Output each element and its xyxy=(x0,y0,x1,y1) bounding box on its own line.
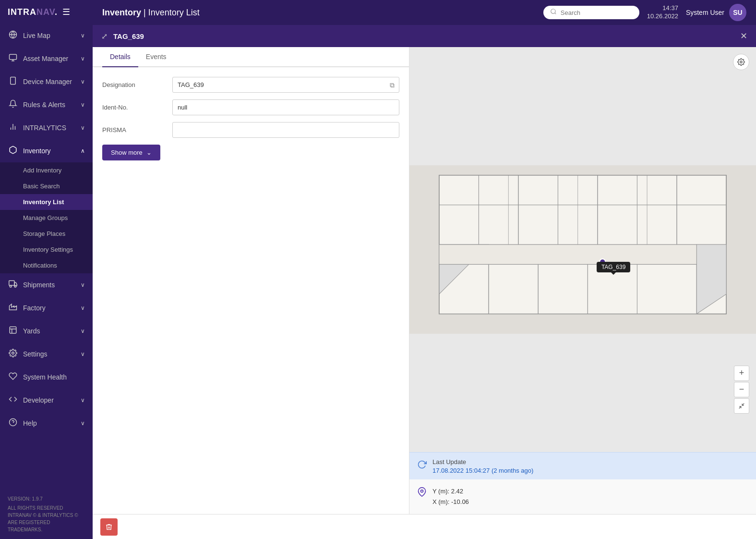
svg-line-46 xyxy=(742,404,744,405)
sidebar-item-settings[interactable]: Settings ∨ xyxy=(0,343,93,366)
shipments-icon xyxy=(8,280,18,290)
last-update-bar: Last Update 17.08.2022 15:04:27 (2 month… xyxy=(409,452,756,479)
map-container: TAG_639 + − xyxy=(409,47,756,452)
yards-icon xyxy=(8,326,18,336)
tag-tooltip: TAG_639 xyxy=(597,262,630,272)
inventory-icon xyxy=(8,146,18,156)
sidebar-item-intralytics[interactable]: INTRALYTICS ∨ xyxy=(0,116,93,139)
prisma-label: PRISMA xyxy=(102,126,165,134)
sidebar-item-storage-places[interactable]: Storage Places xyxy=(0,226,93,242)
sidebar-item-label: INTRALYTICS xyxy=(23,124,66,132)
sidebar-item-developer[interactable]: Developer ∨ xyxy=(0,389,93,412)
chevron-down-icon: ∨ xyxy=(81,420,85,427)
sidebar-item-inventory[interactable]: Inventory ∧ xyxy=(0,139,93,162)
sidebar-item-notifications[interactable]: Notifications xyxy=(0,257,93,273)
search-icon xyxy=(550,8,557,17)
sidebar-item-device-manager[interactable]: Device Manager ∨ xyxy=(0,70,93,93)
sidebar-item-system-health[interactable]: System Health xyxy=(0,366,93,389)
bottom-bar xyxy=(93,514,756,539)
svg-point-11 xyxy=(12,352,14,355)
coordinates: Y (m): 2.42 X (m): -10.06 xyxy=(432,486,469,507)
floor-plan-svg xyxy=(409,47,756,452)
search-box[interactable] xyxy=(543,6,639,19)
prisma-input-wrap xyxy=(172,122,399,138)
designation-input-wrap: ⧉ xyxy=(172,77,399,93)
sidebar-item-manage-groups[interactable]: Manage Groups xyxy=(0,210,93,226)
user-info: System User SU xyxy=(686,4,746,21)
sidebar-item-yards[interactable]: Yards ∨ xyxy=(0,319,93,343)
copy-icon: ⧉ xyxy=(390,81,395,89)
svg-point-47 xyxy=(421,490,423,492)
sidebar-item-inventory-list[interactable]: Inventory List xyxy=(0,194,93,210)
chevron-down-icon: ∨ xyxy=(81,328,85,334)
form-row-ident-no: Ident-No. xyxy=(102,99,399,115)
sidebar-item-live-map[interactable]: Live Map ∨ xyxy=(0,24,93,47)
chevron-up-icon: ∧ xyxy=(81,147,85,154)
sidebar-item-label: Help xyxy=(23,419,37,427)
svg-point-44 xyxy=(740,61,742,63)
detail-left: Details Events Designation ⧉ xyxy=(93,47,409,514)
show-more-button[interactable]: Show more ⌄ xyxy=(102,145,160,160)
delete-button[interactable] xyxy=(100,518,118,536)
svg-point-14 xyxy=(551,9,555,13)
sidebar-item-add-inventory[interactable]: Add Inventory xyxy=(0,162,93,178)
prisma-input[interactable] xyxy=(172,122,399,138)
svg-rect-1 xyxy=(10,54,17,60)
chevron-down-icon: ∨ xyxy=(81,78,85,85)
sidebar-item-help[interactable]: Help ∨ xyxy=(0,412,93,435)
sidebar-item-label: Asset Manager xyxy=(23,55,68,62)
rules-alerts-icon xyxy=(8,99,18,110)
designation-input[interactable] xyxy=(172,77,399,93)
designation-label: Designation xyxy=(102,81,165,88)
avatar: SU xyxy=(729,4,746,21)
page-title: Inventory | Inventory List xyxy=(102,8,536,18)
chevron-down-icon: ∨ xyxy=(81,32,85,39)
sidebar-footer: VERSION: 1.9.7 ALL RIGHTS RESERVED INTRA… xyxy=(0,490,93,539)
clock: 14:37 10.26.2022 xyxy=(647,4,678,21)
sidebar-item-label: Factory xyxy=(23,304,46,312)
refresh-icon xyxy=(417,460,427,472)
collapse-map-button[interactable] xyxy=(734,398,749,414)
hamburger-icon[interactable]: ☰ xyxy=(62,7,70,17)
sidebar-item-label: Settings xyxy=(23,350,48,358)
zoom-out-button[interactable]: − xyxy=(734,382,749,397)
svg-rect-10 xyxy=(10,327,16,333)
chevron-down-icon: ∨ xyxy=(81,282,85,288)
svg-rect-34 xyxy=(439,245,696,264)
tag-title: TAG_639 xyxy=(113,32,734,40)
search-input[interactable] xyxy=(561,9,633,16)
location-info: Y (m): 2.42 X (m): -10.06 xyxy=(409,479,756,514)
ident-no-input-wrap xyxy=(172,99,399,115)
chevron-down-icon: ⌄ xyxy=(146,149,152,156)
sidebar-item-shipments[interactable]: Shipments ∨ xyxy=(0,273,93,296)
ident-no-label: Ident-No. xyxy=(102,104,165,111)
sidebar: INTRANAV. ☰ Live Map ∨ Asset Manager ∨ D… xyxy=(0,0,93,539)
chevron-down-icon: ∨ xyxy=(81,351,85,357)
sidebar-item-factory[interactable]: Factory ∨ xyxy=(0,296,93,319)
location-pin-icon xyxy=(417,487,427,499)
ident-no-input[interactable] xyxy=(172,99,399,115)
tag-header: ⤢ TAG_639 ✕ xyxy=(93,25,756,47)
tabs: Details Events xyxy=(93,47,409,67)
sidebar-item-asset-manager[interactable]: Asset Manager ∨ xyxy=(0,47,93,70)
close-button[interactable]: ✕ xyxy=(740,31,747,41)
sidebar-item-label: Yards xyxy=(23,327,40,335)
sidebar-item-label: Developer xyxy=(23,396,54,404)
topbar: Inventory | Inventory List 14:37 10.26.2… xyxy=(93,0,756,25)
map-controls: + − xyxy=(734,366,749,414)
tab-events[interactable]: Events xyxy=(138,47,174,67)
form-row-designation: Designation ⧉ xyxy=(102,77,399,93)
inventory-submenu: Add Inventory Basic Search Inventory Lis… xyxy=(0,162,93,273)
map-settings-button[interactable] xyxy=(733,54,749,70)
sidebar-item-inventory-settings[interactable]: Inventory Settings xyxy=(0,242,93,257)
help-icon xyxy=(8,418,18,429)
tab-details[interactable]: Details xyxy=(102,47,138,67)
svg-point-8 xyxy=(10,285,12,287)
sidebar-item-basic-search[interactable]: Basic Search xyxy=(0,178,93,194)
form-area: Designation ⧉ Ident-No. xyxy=(93,67,409,170)
developer-icon xyxy=(8,395,18,405)
svg-point-9 xyxy=(14,285,16,287)
settings-icon xyxy=(8,349,18,359)
zoom-in-button[interactable]: + xyxy=(734,366,749,381)
sidebar-item-rules-alerts[interactable]: Rules & Alerts ∨ xyxy=(0,93,93,116)
